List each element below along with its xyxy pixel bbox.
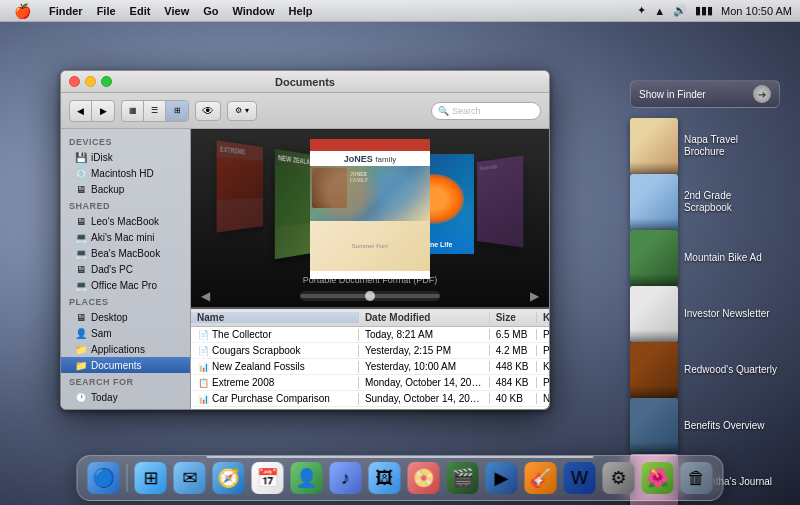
dock-item-quicktime[interactable]: ▶ (484, 460, 520, 496)
sidebar-item-leos[interactable]: 🖥 Leo's MacBook (61, 213, 190, 229)
dock-item-trash[interactable]: 🗑 (679, 460, 715, 496)
dock-item-imovie[interactable]: 🎬 (445, 460, 481, 496)
file-name: Car Purchase Comparison (212, 393, 330, 404)
list-view-button[interactable]: ☰ (144, 101, 166, 121)
col-date[interactable]: Date Modified (359, 312, 490, 323)
stack-item-0[interactable]: Napa Travel Brochure (630, 118, 780, 174)
sidebar-item-dadspc[interactable]: 🖥 Dad's PC (61, 261, 190, 277)
sidebar-item-desktop[interactable]: 🖥 Desktop (61, 309, 190, 325)
stack-item-2[interactable]: Mountain Bike Ad (630, 230, 780, 286)
dock-item-safari[interactable]: 🧭 (211, 460, 247, 496)
sidebar-item-applications[interactable]: 📁 Applications (61, 341, 190, 357)
stack-label-5: Benefits Overview (684, 420, 765, 432)
file-row-3[interactable]: 📋 Extreme 2008 Monday, October 14, 2007,… (191, 375, 549, 391)
list-header: Name Date Modified Size Kind (191, 309, 549, 327)
stack-item-3[interactable]: Investor Newsletter (630, 286, 780, 342)
menu-bar-right: ✦ ▲ 🔊 ▮▮▮ Mon 10:50 AM (637, 4, 792, 17)
stack-item-4[interactable]: Redwood's Quarterly (630, 342, 780, 398)
applications-icon: 📁 (75, 343, 87, 355)
forward-button[interactable]: ▶ (92, 101, 114, 121)
coverflow-area[interactable]: EXTREME NEW ZEALAND (191, 129, 549, 309)
sidebar-label-desktop: Desktop (91, 312, 128, 323)
file-row-2[interactable]: 📊 New Zealand Fossils Yesterday, 10:00 A… (191, 359, 549, 375)
show-in-finder-button[interactable]: Show in Finder ➔ (630, 80, 780, 108)
sidebar-item-beas[interactable]: 💻 Bea's MacBook (61, 245, 190, 261)
menu-finder[interactable]: Finder (43, 3, 89, 19)
dock-item-itunes[interactable]: ♪ (328, 460, 364, 496)
dock-item-finder[interactable]: 🔵 (86, 460, 122, 496)
sidebar-header-devices: DEVICES (61, 133, 190, 149)
action-button[interactable]: ⚙ ▾ (227, 101, 257, 121)
sidebar-item-sam[interactable]: 👤 Sam (61, 325, 190, 341)
sidebar-item-backup[interactable]: 🖥 Backup (61, 181, 190, 197)
sidebar-item-yesterday[interactable]: 🕐 Yesterday (61, 405, 190, 409)
file-row-0[interactable]: 📄 The Collector Today, 8:21 AM 6.5 MB Pa… (191, 327, 549, 343)
dock-item-mail[interactable]: ✉ (172, 460, 208, 496)
menu-window[interactable]: Window (227, 3, 281, 19)
dock-item-iphoto[interactable]: 🖼 (367, 460, 403, 496)
sidebar-item-akis[interactable]: 💻 Aki's Mac mini (61, 229, 190, 245)
quicklook-button[interactable]: 👁 (195, 101, 221, 121)
dock-item-word[interactable]: W (562, 460, 598, 496)
file-name: Extreme 2008 (212, 377, 274, 388)
finder-window: Documents ◀ ▶ ▦ ☰ ⊞ 👁 ⚙ ▾ 🔍 Search DEVIC… (60, 70, 550, 410)
stack-items: Napa Travel Brochure 2nd Grade Scrapbook… (630, 118, 780, 505)
sidebar-header-shared: SHARED (61, 197, 190, 213)
stack-thumbnail-4 (630, 342, 678, 398)
search-box[interactable]: 🔍 Search (431, 102, 541, 120)
dock-item-photos[interactable]: 🌺 (640, 460, 676, 496)
col-size[interactable]: Size (490, 312, 537, 323)
coverflow-next[interactable]: ▶ (530, 289, 539, 303)
coverflow-nav: ◀ ▶ (191, 289, 549, 303)
file-kind: Numbers Document (537, 393, 549, 404)
sidebar-item-macintoshhd[interactable]: 💿 Macintosh HD (61, 165, 190, 181)
dock-item-idvd[interactable]: 📀 (406, 460, 442, 496)
stack-item-1[interactable]: 2nd Grade Scrapbook (630, 174, 780, 230)
dock-item-address-book[interactable]: 👤 (289, 460, 325, 496)
back-button[interactable]: ◀ (70, 101, 92, 121)
menu-help[interactable]: Help (283, 3, 319, 19)
col-name[interactable]: Name (191, 312, 359, 323)
akis-icon: 💻 (75, 231, 87, 243)
coverflow-prev[interactable]: ◀ (201, 289, 210, 303)
dock-item-garageband[interactable]: 🎸 (523, 460, 559, 496)
dock-item-dashboard[interactable]: ⊞ (133, 460, 169, 496)
cf-item-far-left[interactable]: EXTREME (217, 140, 263, 232)
cf-item-far-right[interactable]: Southside (477, 155, 523, 247)
show-arrow-icon: ➔ (753, 85, 771, 103)
clock: Mon 10:50 AM (721, 5, 792, 17)
coverflow-view-button[interactable]: ⊞ (166, 101, 188, 121)
sidebar-label-applications: Applications (91, 344, 145, 355)
dock-item-system-preferences[interactable]: ⚙ (601, 460, 637, 496)
stack-label-3: Investor Newsletter (684, 308, 770, 320)
file-row-5[interactable]: 🖼 Canoe Fun.jpg Saturday, October 13, 20… (191, 407, 549, 409)
dock-icon-9: 🎬 (447, 462, 479, 494)
menu-file[interactable]: File (91, 3, 122, 19)
file-name: Cougars Scrapbook (212, 345, 300, 356)
dock-icon-10: ▶ (486, 462, 518, 494)
file-row-4[interactable]: 📊 Car Purchase Comparison Sunday, Octobe… (191, 391, 549, 407)
sidebar-item-today[interactable]: 🕐 Today (61, 389, 190, 405)
menu-go[interactable]: Go (197, 3, 224, 19)
apple-menu[interactable]: 🍎 (8, 1, 37, 21)
file-row-1[interactable]: 📄 Cougars Scrapbook Yesterday, 2:15 PM 4… (191, 343, 549, 359)
col-kind[interactable]: Kind (537, 312, 549, 323)
file-date: Yesterday, 2:15 PM (359, 345, 490, 356)
sidebar-item-idisk[interactable]: 💾 iDisk (61, 149, 190, 165)
cf-item-center[interactable]: JoNES family JONESFAMILY Summer Fun! (310, 139, 430, 279)
sidebar-label-officemac: Office Mac Pro (91, 280, 157, 291)
finder-list: Name Date Modified Size Kind 📄 The Colle… (191, 309, 549, 409)
stack-item-5[interactable]: Benefits Overview (630, 398, 780, 454)
dock-item-ical[interactable]: 📅 (250, 460, 286, 496)
menu-view[interactable]: View (158, 3, 195, 19)
icon-view-button[interactable]: ▦ (122, 101, 144, 121)
sidebar-item-officemac[interactable]: 💻 Office Mac Pro (61, 277, 190, 293)
sidebar-item-documents[interactable]: 📁 Documents (61, 357, 190, 373)
maximize-button[interactable] (101, 76, 112, 87)
menu-edit[interactable]: Edit (124, 3, 157, 19)
dock-separator-0 (127, 464, 128, 492)
file-kind: Portable Document Format (PDF) (537, 377, 549, 388)
minimize-button[interactable] (85, 76, 96, 87)
wifi-icon: ▲ (654, 5, 665, 17)
close-button[interactable] (69, 76, 80, 87)
